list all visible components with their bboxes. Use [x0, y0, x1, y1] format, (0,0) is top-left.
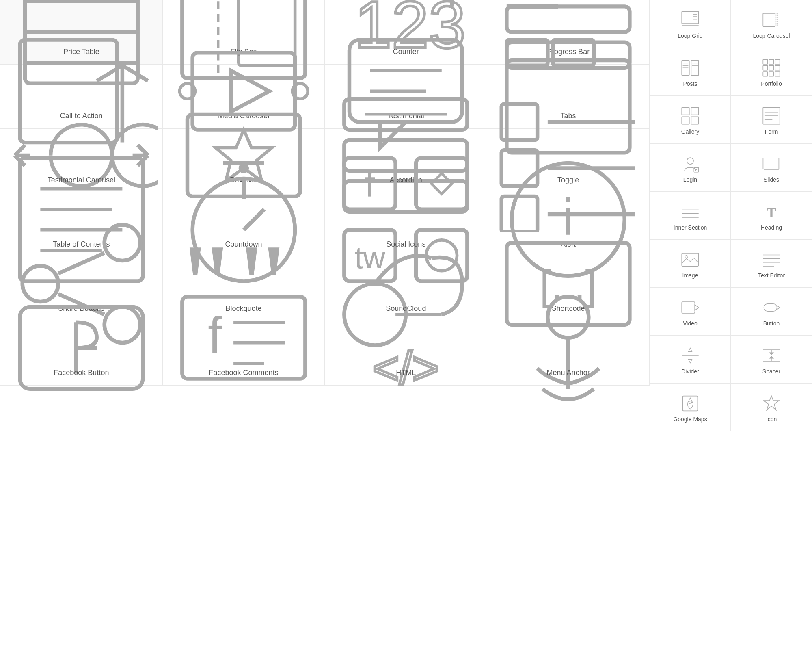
- svg-point-119: [687, 158, 693, 164]
- widget-icon-facebook-button: [4, 334, 158, 362]
- sidebar-cell-video[interactable]: Video: [650, 288, 731, 336]
- sidebar-label-gallery: Gallery: [681, 128, 699, 135]
- sidebar-label-google-maps: Google Maps: [673, 416, 707, 422]
- svg-rect-136: [682, 302, 695, 313]
- svg-rect-85: [682, 11, 698, 24]
- svg-rect-110: [775, 72, 780, 76]
- svg-rect-114: [691, 117, 698, 124]
- sidebar-cell-image[interactable]: Image: [650, 240, 731, 288]
- svg-marker-147: [769, 356, 773, 358]
- sidebar-cell-loop-grid[interactable]: Loop Grid: [650, 0, 731, 48]
- svg-rect-122: [764, 158, 779, 169]
- sidebar-cell-slides[interactable]: Slides: [731, 144, 812, 192]
- sidebar-cell-heading[interactable]: T Heading: [731, 192, 812, 240]
- sidebar-label-inner-section: Inner Section: [674, 224, 707, 231]
- svg-point-121: [695, 169, 697, 170]
- svg-rect-77: [182, 297, 305, 379]
- svg-text:f: f: [208, 307, 222, 364]
- svg-marker-58: [432, 173, 452, 194]
- sidebar-cell-loop-carousel[interactable]: Loop Carousel: [731, 0, 812, 48]
- svg-point-65: [104, 225, 140, 260]
- sidebar-label-loop-carousel: Loop Carousel: [753, 32, 790, 39]
- sidebar-cell-icon[interactable]: Icon: [731, 384, 812, 431]
- widget-icon-menu-anchor: [491, 334, 645, 362]
- sidebar-label-heading: Heading: [761, 224, 782, 231]
- svg-rect-103: [769, 59, 774, 64]
- sidebar-icon-slides: [762, 154, 781, 173]
- svg-text:f: f: [365, 164, 375, 204]
- svg-rect-109: [769, 72, 774, 76]
- svg-text:</>: </>: [373, 342, 439, 393]
- sidebar-icon-divider: [681, 346, 700, 365]
- svg-point-83: [548, 297, 589, 338]
- sidebar-icon-image: [681, 250, 700, 269]
- svg-rect-106: [769, 65, 774, 70]
- svg-rect-91: [763, 13, 775, 26]
- sidebar-cell-google-maps[interactable]: Google Maps: [650, 384, 731, 431]
- sidebar-label-icon: Icon: [766, 416, 777, 422]
- svg-rect-39: [501, 104, 537, 140]
- sidebar-icon-text-editor: [762, 250, 781, 269]
- sidebar-label-divider: Divider: [681, 368, 699, 375]
- widget-icon-html: </>: [329, 334, 483, 362]
- sidebar-cell-posts[interactable]: Posts: [650, 48, 731, 96]
- svg-rect-112: [691, 107, 698, 115]
- sidebar-cell-spacer[interactable]: Spacer: [731, 336, 812, 384]
- svg-marker-139: [688, 348, 692, 352]
- sidebar-label-form: Form: [765, 128, 778, 135]
- sidebar-label-slides: Slides: [764, 176, 779, 183]
- svg-rect-105: [763, 65, 768, 70]
- svg-rect-138: [764, 304, 777, 311]
- widget-icon-facebook-comments: f: [167, 334, 321, 362]
- svg-text:T: T: [767, 205, 776, 220]
- sidebar-icon-portfolio: [762, 58, 781, 77]
- svg-point-131: [685, 256, 688, 258]
- svg-rect-111: [682, 107, 689, 115]
- sidebar-icon-icon: [762, 394, 781, 413]
- sidebar-cell-form[interactable]: Form: [731, 96, 812, 144]
- widget-cell-facebook-button[interactable]: Facebook Button: [0, 321, 163, 386]
- svg-line-68: [58, 253, 105, 273]
- sidebar-label-login: Login: [683, 176, 697, 183]
- sidebar-cell-inner-section[interactable]: Inner Section: [650, 192, 731, 240]
- svg-marker-137: [695, 305, 699, 310]
- svg-point-54: [238, 163, 248, 173]
- sidebar-cell-login[interactable]: Login: [650, 144, 731, 192]
- sidebar-icon-login: [681, 154, 700, 173]
- sidebar-cell-divider[interactable]: Divider: [650, 336, 731, 384]
- svg-rect-130: [682, 253, 698, 266]
- sidebar-label-portfolio: Portfolio: [761, 80, 782, 87]
- svg-marker-144: [769, 353, 773, 355]
- sidebar-icon-video: [681, 298, 700, 317]
- widget-cell-menu-anchor[interactable]: Menu Anchor: [487, 321, 650, 386]
- sidebar-icon-inner-section: [681, 202, 700, 221]
- sidebar-icon-loop-grid: [681, 11, 700, 29]
- sidebar-cell-text-editor[interactable]: Text Editor: [731, 240, 812, 288]
- sidebar-icon-button: [762, 298, 781, 317]
- sidebar-label-loop-grid: Loop Grid: [678, 32, 702, 39]
- svg-rect-107: [775, 65, 780, 70]
- svg-rect-99: [691, 61, 698, 76]
- widget-cell-html[interactable]: </> HTML: [325, 321, 487, 386]
- sidebar-label-button: Button: [763, 320, 780, 327]
- svg-rect-57: [416, 158, 467, 209]
- sidebar-icon-heading: T: [762, 202, 781, 221]
- svg-point-149: [689, 401, 692, 404]
- svg-rect-102: [763, 59, 768, 64]
- sidebar-label-text-editor: Text Editor: [758, 272, 785, 279]
- svg-marker-150: [764, 396, 779, 410]
- widget-cell-facebook-comments[interactable]: f Facebook Comments: [162, 321, 325, 386]
- sidebar-cell-gallery[interactable]: Gallery: [650, 96, 731, 144]
- sidebar-icon-spacer: [762, 346, 781, 365]
- svg-marker-141: [688, 359, 692, 363]
- sidebar-label-posts: Posts: [683, 80, 697, 87]
- sidebar-icon-form: [762, 106, 781, 125]
- sidebar-icon-loop-carousel: [762, 11, 781, 29]
- svg-rect-113: [682, 117, 689, 124]
- sidebar-label-spacer: Spacer: [762, 368, 780, 375]
- sidebar-cell-button[interactable]: Button: [731, 288, 812, 336]
- sidebar-cell-portfolio[interactable]: Portfolio: [731, 48, 812, 96]
- sidebar-icon-google-maps: [681, 394, 700, 413]
- svg-rect-108: [763, 72, 768, 76]
- sidebar-icon-posts: [681, 58, 700, 77]
